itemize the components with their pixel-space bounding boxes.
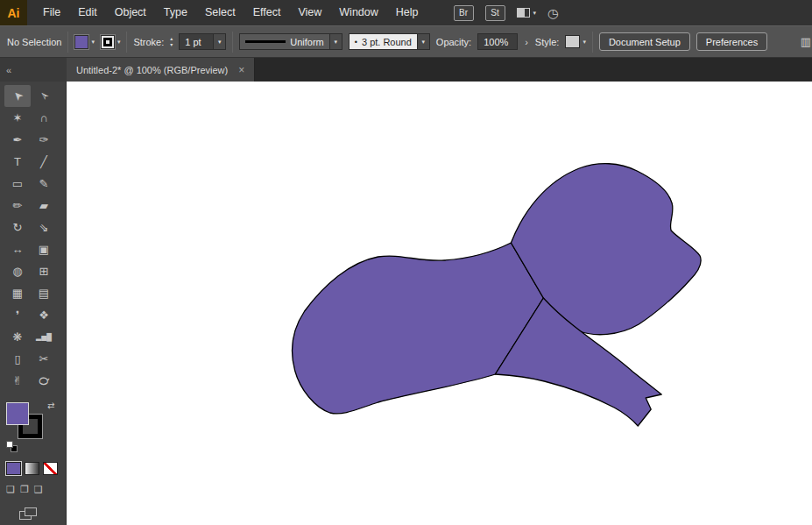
app-logo: Ai [0, 0, 27, 25]
width-tool[interactable]: ↔ [4, 238, 31, 260]
tools-panel-header: « [0, 58, 67, 82]
stroke-swatch [101, 35, 115, 49]
free-transform-tool[interactable]: ▣ [31, 238, 57, 260]
swap-fill-stroke-icon[interactable]: ⇄ [47, 401, 54, 410]
stroke-label: Stroke: [133, 37, 164, 47]
eyedropper-tool[interactable]: ❜ [4, 304, 31, 326]
separator [592, 32, 593, 53]
menu-type[interactable]: Type [155, 0, 196, 25]
workspace-switcher[interactable]: ▾ [517, 8, 537, 18]
fill-indicator[interactable] [6, 402, 29, 425]
stepper-down-icon[interactable]: ▾ [170, 42, 173, 47]
width-profile-combo[interactable]: Uniform ▾ [239, 33, 342, 50]
chevron-down-icon[interactable]: ▾ [330, 33, 342, 50]
curvature-tool[interactable]: ✑ [31, 129, 57, 151]
default-fill-stroke-icon[interactable] [6, 441, 19, 454]
symbol-sprayer-tool[interactable]: ❋ [4, 326, 31, 348]
preferences-button[interactable]: Preferences [696, 32, 767, 51]
perspective-grid-tool[interactable]: ⊞ [31, 260, 57, 282]
menu-view[interactable]: View [289, 0, 330, 25]
chevron-down-icon: ▾ [91, 39, 95, 46]
fill-stroke-widget: ⇄ [6, 401, 66, 455]
type-tool[interactable]: T [4, 151, 31, 173]
menu-file[interactable]: File [34, 0, 69, 25]
rectangle-tool[interactable]: ▭ [4, 173, 31, 195]
menu-edit[interactable]: Edit [69, 0, 106, 25]
line-segment-tool[interactable]: ╱ [31, 151, 57, 173]
hand-tool[interactable]: ✌ [4, 370, 31, 392]
separator [67, 32, 68, 53]
chevron-down-icon[interactable]: ▾ [214, 33, 226, 50]
column-graph-tool[interactable]: ▂▅█ [31, 326, 57, 348]
artboard-tool[interactable]: ▯ [4, 348, 31, 370]
document-tab[interactable]: Untitled-2* @ 100% (RGB/Preview) × [67, 58, 255, 82]
tabbar-filler [255, 58, 812, 82]
blend-tool[interactable]: ❖ [31, 304, 57, 326]
style-dropdown[interactable]: ▾ [565, 35, 586, 48]
zoom-tool[interactable]: ℺ [31, 370, 57, 392]
stroke-weight-value[interactable]: 1 pt [179, 33, 214, 50]
stepper-up-icon[interactable]: ▴ [170, 36, 173, 41]
chevron-down-icon: ▾ [583, 39, 586, 46]
stroke-weight-stepper[interactable]: ▴ ▾ [170, 36, 173, 47]
chevron-down-icon: ▾ [117, 39, 121, 46]
chevron-down-icon[interactable]: ▾ [418, 33, 430, 50]
workspace-icon [517, 8, 530, 18]
canvas[interactable] [67, 82, 812, 525]
slice-tool[interactable]: ✂ [31, 348, 57, 370]
pen-tool[interactable]: ✒ [4, 129, 31, 151]
shape-left-blob[interactable] [292, 243, 543, 414]
color-button[interactable] [6, 462, 21, 475]
style-swatch [565, 35, 580, 48]
menubar: Ai FileEditObjectTypeSelectEffectViewWin… [0, 0, 812, 25]
gpu-performance-icon[interactable]: ◷ [547, 6, 558, 20]
separator [126, 32, 127, 53]
menu-window[interactable]: Window [330, 0, 386, 25]
shape-builder-tool[interactable]: ◍ [4, 260, 31, 282]
screen-mode-button[interactable] [19, 507, 39, 521]
menu-effect[interactable]: Effect [244, 0, 290, 25]
pencil-tool[interactable]: ✏ [4, 195, 31, 216]
stroke-color-dropdown[interactable]: ▾ [101, 35, 121, 49]
stock-button[interactable]: St [485, 5, 505, 21]
draw-normal-button[interactable]: ❏ [6, 484, 15, 495]
opacity-input[interactable]: 100% [477, 33, 518, 50]
tab-bar: « Untitled-2* @ 100% (RGB/Preview) × [0, 58, 812, 82]
separator [232, 32, 233, 53]
brush-combo[interactable]: • 3 pt. Round ▾ [349, 33, 430, 50]
scale-tool[interactable]: ⇘ [31, 216, 57, 238]
direct-selection-tool[interactable]: ➢ [31, 85, 57, 107]
lasso-tool[interactable]: ∩ [31, 107, 57, 129]
width-profile-value: Uniform [290, 37, 324, 47]
bridge-button[interactable]: Br [454, 5, 474, 21]
menu-select[interactable]: Select [196, 0, 244, 25]
opacity-label[interactable]: Opacity: [436, 37, 471, 47]
drawing-modes-row: ❏ ❐ ❑ [6, 484, 66, 495]
control-bar: No Selection ▾ ▾ Stroke: ▴ ▾ 1 pt ▾ Unif… [0, 25, 812, 58]
opacity-panel-chevron-icon[interactable]: › [524, 37, 529, 47]
draw-inside-button[interactable]: ❑ [34, 484, 43, 495]
document-setup-button[interactable]: Document Setup [599, 32, 690, 51]
screen-mode-front-icon [25, 507, 37, 516]
fill-color-dropdown[interactable]: ▾ [74, 35, 95, 49]
eraser-tool[interactable]: ▰ [31, 195, 57, 216]
menu-object[interactable]: Object [106, 0, 155, 25]
menu-help[interactable]: Help [387, 0, 427, 25]
brush-preview-icon: • [355, 38, 357, 46]
gradient-button[interactable] [25, 462, 39, 475]
style-label[interactable]: Style: [535, 37, 560, 47]
gradient-tool[interactable]: ▤ [31, 282, 57, 304]
paintbrush-tool[interactable]: ✎ [31, 173, 57, 195]
magic-wand-tool[interactable]: ✶ [4, 107, 31, 129]
mesh-tool[interactable]: ▦ [4, 282, 31, 304]
dock-panel-icon[interactable]: ▥ [801, 35, 811, 48]
none-button[interactable] [43, 462, 58, 475]
collapse-panel-icon[interactable]: « [6, 65, 11, 75]
document-tab-label: Untitled-2* @ 100% (RGB/Preview) [76, 65, 228, 75]
tools-panel: ➤➢✶∩✒✑T╱▭✎✏▰↻⇘↔▣◍⊞▦▤❜❖❋▂▅█▯✂✌℺ ⇄ ❏ ❐ ❑ [0, 82, 67, 525]
stroke-weight-combo[interactable]: 1 pt ▾ [179, 33, 226, 50]
rotate-tool[interactable]: ↻ [4, 216, 31, 238]
draw-behind-button[interactable]: ❐ [20, 484, 29, 495]
close-tab-icon[interactable]: × [238, 64, 244, 76]
selection-tool[interactable]: ➤ [4, 85, 31, 107]
